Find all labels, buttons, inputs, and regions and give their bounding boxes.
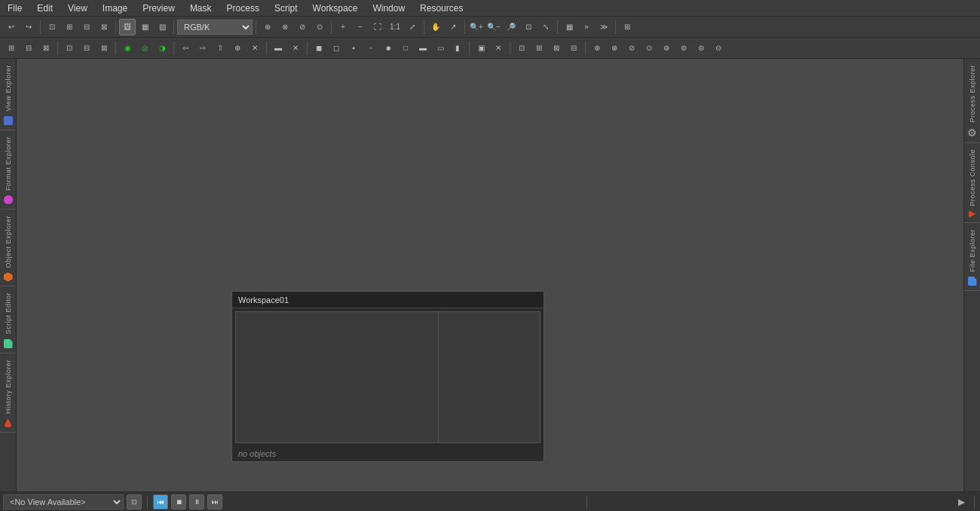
view-original-button[interactable]: ⊞ [61, 19, 78, 35]
zoom-select-button[interactable]: 🔎 [503, 19, 519, 35]
view-explorer-icon[interactable] [4, 116, 13, 125]
mask9-button[interactable]: ▮ [449, 40, 466, 57]
zoom-fit-button[interactable]: ⛶ [369, 19, 386, 35]
lock-button[interactable]: ⊠ [96, 40, 112, 57]
view-zoom-button[interactable]: ⊟ [78, 19, 95, 35]
zoom-minus-button[interactable]: 🔍− [485, 19, 502, 35]
hist-delete-button[interactable]: ✕ [247, 40, 263, 57]
hist-back-button[interactable]: ⇦ [177, 40, 194, 57]
distribute-button[interactable]: ⊙ [311, 19, 328, 35]
zoom-fill-button[interactable]: ⤢ [404, 19, 421, 35]
menu-edit[interactable]: Edit [29, 2, 60, 15]
green-tool3-button[interactable]: ◑ [154, 40, 170, 57]
view3-button[interactable]: ⊗ [606, 40, 623, 57]
color-mode-select[interactable]: RGB/K RGB CMYK [177, 20, 253, 35]
disp2-button[interactable]: ⊞ [531, 40, 547, 57]
stitch-button[interactable]: ⊕ [259, 19, 276, 35]
frame1-button[interactable]: ▣ [473, 40, 489, 57]
menu-window[interactable]: Window [365, 2, 412, 15]
object-explorer-icon[interactable] [4, 272, 13, 281]
mask3-button[interactable]: ▪ [345, 40, 362, 57]
file-explorer-icon[interactable] [968, 277, 977, 286]
select-none-button[interactable]: ⊟ [20, 40, 37, 57]
menu-file[interactable]: File [0, 2, 29, 15]
zoom-plus-button[interactable]: 🔍+ [468, 19, 485, 35]
undo-button[interactable]: ↩ [3, 19, 20, 35]
view2-button[interactable]: ⊕ [589, 40, 605, 57]
disp3-button[interactable]: ⊠ [548, 40, 565, 57]
disp4-button[interactable]: ⊟ [565, 40, 582, 57]
process-console-label[interactable]: Process Console [967, 146, 978, 210]
select-all-button[interactable]: ⊞ [3, 40, 20, 57]
script-editor-icon[interactable] [4, 339, 13, 348]
zoom-out-button[interactable]: − [352, 19, 369, 35]
mask4-button[interactable]: ▫ [363, 40, 379, 57]
process-console-icon[interactable] [969, 210, 976, 218]
mode-normal-button[interactable]: 🖼 [119, 19, 136, 35]
green-tool1-button[interactable]: ◉ [119, 40, 136, 57]
more1-button[interactable]: » [578, 19, 595, 35]
pan-button[interactable]: ✋ [427, 19, 444, 35]
menu-mask[interactable]: Mask [182, 2, 219, 15]
view8-button[interactable]: ⊜ [693, 40, 709, 57]
view-available-select[interactable]: <No View Available> [3, 494, 124, 509]
view7-button[interactable]: ⊚ [675, 40, 692, 57]
view5-button[interactable]: ⊙ [641, 40, 657, 57]
view-single-button[interactable]: ⊡ [44, 19, 60, 35]
mask6-button[interactable]: □ [397, 40, 414, 57]
redo-button[interactable]: ↪ [20, 19, 37, 35]
process-explorer-label[interactable]: Process Explorer [967, 62, 978, 126]
file-explorer-label[interactable]: File Explorer [967, 226, 978, 275]
format-explorer-label[interactable]: Format Explorer [3, 133, 14, 194]
disp1-button[interactable]: ⊡ [513, 40, 530, 57]
align-button[interactable]: ⊘ [294, 19, 311, 35]
grid-button[interactable]: ▦ [561, 19, 577, 35]
gear-icon[interactable]: ⚙ [966, 126, 979, 139]
menu-script[interactable]: Script [267, 2, 305, 15]
history-explorer-label[interactable]: History Explorer [3, 356, 14, 417]
menu-image[interactable]: Image [95, 2, 135, 15]
group-button[interactable]: ⊡ [61, 40, 78, 57]
full-button[interactable]: ⊞ [619, 19, 635, 35]
mask2-button[interactable]: ◻ [328, 40, 345, 57]
select-invert-button[interactable]: ⊠ [38, 40, 54, 57]
menu-process[interactable]: Process [219, 2, 267, 15]
script-editor-label[interactable]: Script Editor [3, 289, 14, 338]
format-explorer-icon[interactable] [4, 195, 13, 204]
object-explorer-label[interactable]: Object Explorer [3, 213, 14, 271]
zoom-in-button[interactable]: + [335, 19, 351, 35]
hist-fwd-button[interactable]: ⇨ [194, 40, 211, 57]
mode-preview-button[interactable]: ▦ [136, 19, 153, 35]
menu-resources[interactable]: Resources [412, 2, 470, 15]
play-button[interactable]: ▶ [954, 494, 969, 509]
mode-mask-button[interactable]: ▧ [154, 19, 170, 35]
status-square-button[interactable]: ⊡ [127, 494, 142, 509]
green-tool2-button[interactable]: ◎ [136, 40, 153, 57]
history-explorer-icon[interactable] [4, 418, 13, 427]
view-fit-button[interactable]: ⊠ [96, 19, 112, 35]
hist-up-button[interactable]: ⇧ [212, 40, 228, 57]
menu-preview[interactable]: Preview [135, 2, 182, 15]
playback-start-button[interactable]: ⏮ [153, 494, 168, 509]
ungroup-button[interactable]: ⊟ [78, 40, 95, 57]
playback-pause-button[interactable]: ⏸ [189, 494, 204, 509]
view-explorer-label[interactable]: View Explorer [3, 62, 14, 115]
hist-snap-button[interactable]: ⊕ [229, 40, 246, 57]
zoom-100-button[interactable]: 1:1 [387, 19, 403, 35]
zoom-ext-button[interactable]: ⤡ [537, 19, 554, 35]
frame2-button[interactable]: ✕ [490, 40, 507, 57]
mask8-button[interactable]: ▭ [432, 40, 449, 57]
arrow-button[interactable]: ↗ [445, 19, 461, 35]
more2-button[interactable]: ≫ [596, 19, 612, 35]
menu-workspace[interactable]: Workspace [305, 2, 366, 15]
crop-button[interactable]: ⊗ [277, 19, 293, 35]
mask5-button[interactable]: ■ [380, 40, 397, 57]
view4-button[interactable]: ⊘ [623, 40, 640, 57]
view6-button[interactable]: ⊛ [658, 40, 675, 57]
rect-button[interactable]: ▬ [270, 40, 286, 57]
mask7-button[interactable]: ▬ [415, 40, 431, 57]
ellipse-button[interactable]: ✕ [287, 40, 304, 57]
zoom-fit2-button[interactable]: ⊡ [520, 19, 537, 35]
mask1-button[interactable]: ◼ [311, 40, 327, 57]
playback-stop-button[interactable]: ⏹ [171, 494, 186, 509]
